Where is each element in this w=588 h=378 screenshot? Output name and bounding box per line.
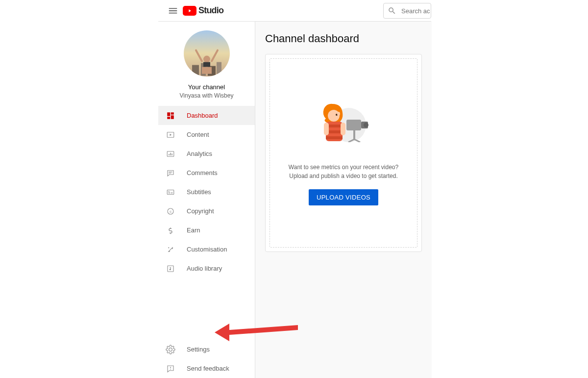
svg-rect-12 — [170, 152, 171, 155]
sidebar-item-send-feedback[interactable]: Send feedback — [158, 359, 255, 378]
svg-rect-40 — [326, 136, 343, 139]
upload-card: Want to see metrics on your recent video… — [265, 54, 422, 252]
svg-rect-3 — [217, 62, 221, 76]
your-channel-label: Your channel — [158, 83, 255, 91]
svg-rect-41 — [341, 123, 345, 135]
svg-rect-6 — [202, 67, 212, 74]
svg-point-36 — [337, 112, 340, 116]
logo-text: Studio — [198, 5, 223, 16]
svg-rect-18 — [171, 192, 173, 193]
sidebar-item-label: Dashboard — [187, 112, 218, 119]
svg-point-34 — [328, 110, 340, 122]
upload-illustration — [309, 101, 378, 160]
copyright-icon: c — [165, 206, 176, 217]
earn-icon — [165, 225, 176, 236]
search-container[interactable] — [383, 3, 431, 19]
svg-line-7 — [196, 50, 202, 61]
svg-rect-19 — [169, 191, 170, 192]
page-title: Channel dashboard — [265, 32, 422, 45]
sidebar-item-label: Send feedback — [187, 365, 229, 372]
sidebar-item-label: Earn — [187, 227, 200, 234]
sidebar-item-label: Settings — [187, 346, 210, 353]
header: Studio — [158, 0, 431, 22]
search-input[interactable] — [401, 7, 431, 15]
search-icon — [388, 6, 396, 15]
sidebar-item-label: Subtitles — [187, 188, 211, 196]
sidebar-item-copyright[interactable]: c Copyright — [158, 202, 255, 221]
app-frame: Studio Your channel — [158, 0, 431, 378]
analytics-icon — [165, 149, 176, 159]
settings-icon — [165, 344, 176, 355]
comments-icon — [165, 168, 176, 178]
sidebar-bottom: Settings Send feedback — [158, 340, 255, 378]
hamburger-menu-button[interactable] — [163, 1, 183, 21]
svg-line-8 — [212, 50, 218, 61]
youtube-play-icon — [183, 6, 196, 16]
svg-point-30 — [364, 123, 368, 127]
subtitles-icon — [165, 187, 176, 198]
sidebar-item-settings[interactable]: Settings — [158, 340, 255, 359]
sidebar-item-label: Copyright — [187, 207, 214, 215]
svg-rect-42 — [324, 123, 329, 135]
sidebar-item-label: Analytics — [187, 150, 212, 157]
svg-rect-0 — [192, 65, 199, 76]
youtube-studio-logo[interactable]: Studio — [183, 5, 223, 16]
audiolib-icon — [165, 263, 176, 274]
sidebar-item-label: Comments — [187, 169, 218, 176]
svg-point-22 — [168, 247, 169, 248]
svg-rect-11 — [169, 154, 170, 155]
feedback-icon — [165, 363, 176, 374]
sidebar-item-comments[interactable]: Comments — [158, 163, 255, 182]
svg-text:c: c — [170, 209, 172, 214]
channel-block: Your channel Vinyasa with Wisbey — [158, 22, 255, 106]
channel-name: Vinyasa with Wisbey — [158, 92, 255, 99]
svg-point-4 — [203, 56, 210, 63]
content-icon — [165, 129, 176, 140]
sidebar-item-customisation[interactable]: Customisation — [158, 240, 255, 259]
upload-dropzone[interactable]: Want to see metrics on your recent video… — [270, 58, 417, 248]
upload-videos-button[interactable]: UPLOAD VIDEOS — [309, 189, 378, 205]
sidebar-item-analytics[interactable]: Analytics — [158, 144, 255, 163]
hamburger-icon — [168, 5, 178, 16]
sidebar-item-label: Content — [187, 131, 209, 138]
card-line1: Want to see metrics on your recent video… — [289, 163, 398, 172]
avatar-illustration — [187, 39, 226, 76]
svg-rect-16 — [167, 190, 174, 194]
sidebar-item-label: Customisation — [187, 246, 227, 253]
sidebar-spacer — [158, 278, 255, 340]
sidebar-item-subtitles[interactable]: Subtitles — [158, 182, 255, 202]
sidebar-item-dashboard[interactable]: Dashboard — [158, 106, 255, 125]
card-line2: Upload and publish a video to get starte… — [289, 172, 398, 180]
sidebar-nav: Dashboard Content Analytics Comments — [158, 106, 255, 278]
svg-point-27 — [170, 369, 171, 370]
sidebar-item-earn[interactable]: Earn — [158, 221, 255, 240]
svg-point-24 — [169, 251, 170, 252]
customisation-icon — [165, 244, 176, 255]
sidebar-item-audio-library[interactable]: Audio library — [158, 259, 255, 278]
upload-card-text: Want to see metrics on your recent video… — [289, 163, 398, 180]
svg-rect-17 — [169, 192, 171, 193]
sidebar-item-label: Audio library — [187, 265, 222, 272]
svg-point-23 — [172, 248, 173, 249]
dashboard-icon — [165, 110, 176, 121]
sidebar: Your channel Vinyasa with Wisbey Dashboa… — [158, 22, 255, 378]
channel-avatar[interactable] — [184, 30, 230, 76]
svg-rect-13 — [172, 153, 172, 155]
main-content: Channel dashboard — [255, 22, 432, 378]
svg-rect-5 — [203, 62, 210, 67]
sidebar-item-content[interactable]: Content — [158, 125, 255, 144]
